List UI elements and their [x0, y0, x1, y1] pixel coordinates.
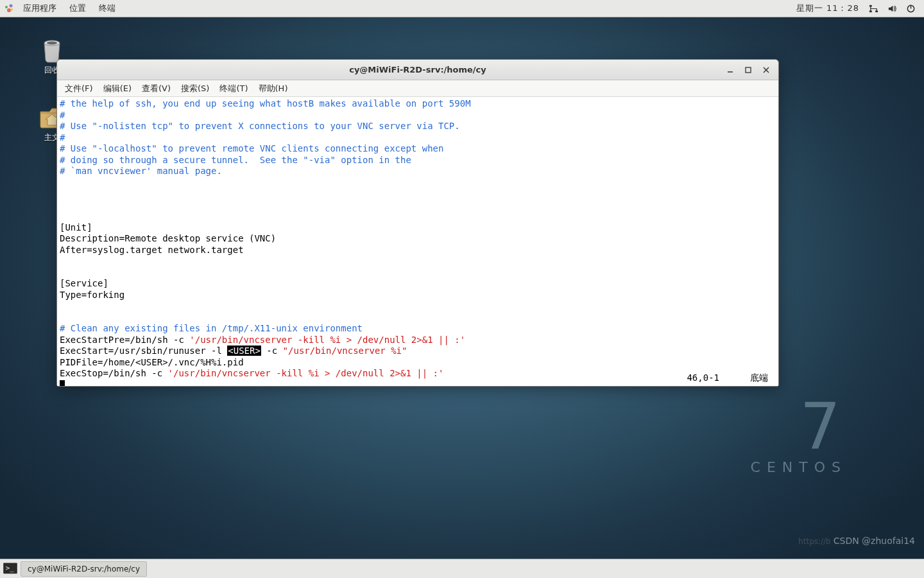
svg-rect-12 [746, 67, 751, 73]
menu-terminal-menu[interactable]: 终端(T) [214, 81, 253, 96]
comment-line: # [60, 110, 65, 120]
cfg-line: ExecStartPre=/bin/sh -c '/usr/bin/vncser… [60, 335, 465, 345]
window-menubar: 文件(F) 编辑(E) 查看(V) 搜索(S) 终端(T) 帮助(H) [57, 80, 778, 97]
menu-edit[interactable]: 编辑(E) [98, 81, 137, 96]
network-icon[interactable] [864, 4, 883, 13]
section-service: [Service] [60, 278, 108, 288]
power-icon[interactable] [902, 4, 920, 13]
menu-terminal[interactable]: 终端 [92, 0, 122, 17]
editor-position: 46,0-1 [687, 372, 719, 384]
svg-rect-6 [875, 10, 878, 12]
gnome-logo-icon [4, 3, 14, 13]
user-placeholder: <USER> [227, 346, 261, 356]
svg-rect-4 [869, 4, 872, 6]
menu-applications[interactable]: 应用程序 [17, 0, 63, 17]
terminal-content[interactable]: # the help of ssh, you end up seeing wha… [57, 97, 778, 386]
editor-cursor [60, 380, 65, 387]
cfg-line: After=syslog.target network.target [60, 245, 244, 255]
minimize-button[interactable] [722, 64, 739, 76]
menu-search[interactable]: 搜索(S) [176, 81, 214, 96]
svg-point-3 [10, 8, 13, 11]
svg-point-10 [47, 42, 57, 45]
cfg-line: Description=Remote desktop service (VNC) [60, 233, 276, 243]
centos-brand: 7 CENTOS [751, 395, 847, 475]
window-title: cy@MiWiFi-R2D-srv:/home/cy [349, 65, 486, 74]
svg-point-2 [7, 8, 11, 12]
taskbar-terminal-icon[interactable]: >_ [3, 561, 18, 577]
cfg-line: ExecStop=/bin/sh -c '/usr/bin/vncserver … [60, 368, 443, 378]
svg-point-0 [5, 6, 8, 8]
comment-line: # Use "-localhost" to prevent remote VNC… [60, 143, 443, 153]
comment-line: # doing so through a secure tunnel. See … [60, 155, 411, 165]
clock[interactable]: 星期一 11：28 [791, 3, 864, 14]
centos-version: 7 [751, 395, 847, 459]
svg-text:>_: >_ [6, 564, 15, 572]
editor-location: 底端 [750, 372, 768, 384]
csdn-watermark: https://bCSDN @zhuofai14 [798, 536, 915, 546]
cfg-line: Type=forking [60, 290, 124, 300]
terminal-window: cy@MiWiFi-R2D-srv:/home/cy 文件(F) 编辑(E) 查… [56, 59, 779, 387]
comment-line: # Clean any existing files in /tmp/.X11-… [60, 323, 363, 333]
menu-view[interactable]: 查看(V) [137, 81, 176, 96]
centos-name: CENTOS [751, 459, 847, 475]
top-panel: 应用程序 位置 终端 星期一 11：28 [0, 0, 924, 17]
cfg-line: PIDFile=/home/<USER>/.vnc/%H%i.pid [60, 357, 244, 367]
volume-icon[interactable] [883, 4, 902, 13]
close-button[interactable] [758, 64, 774, 76]
comment-line: # [60, 132, 65, 143]
comment-line: # `man vncviewer' manual page. [60, 166, 222, 176]
menu-help[interactable]: 帮助(H) [253, 81, 293, 96]
window-titlebar[interactable]: cy@MiWiFi-R2D-srv:/home/cy [57, 60, 778, 80]
svg-point-1 [10, 4, 13, 8]
comment-line: # the help of ssh, you end up seeing wha… [60, 98, 471, 109]
section-unit: [Unit] [60, 222, 92, 232]
comment-line: # Use "-nolisten tcp" to prevent X conne… [60, 121, 460, 131]
maximize-button[interactable] [740, 64, 757, 76]
menu-places[interactable]: 位置 [63, 0, 92, 17]
menu-file[interactable]: 文件(F) [60, 81, 98, 96]
cfg-line: ExecStart=/usr/sbin/runuser -l <USER> -c… [60, 346, 407, 356]
svg-rect-5 [869, 10, 872, 12]
bottom-panel: >_ cy@MiWiFi-R2D-srv:/home/cy [0, 559, 924, 578]
taskbar-window-button[interactable]: cy@MiWiFi-R2D-srv:/home/cy [21, 561, 147, 577]
